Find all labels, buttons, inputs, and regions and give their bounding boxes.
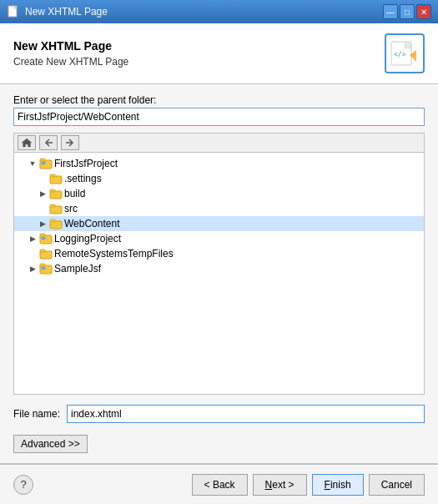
tree-item-label: FirstJsfProject: [54, 158, 118, 169]
svg-text:</>: </>: [394, 51, 406, 58]
title-bar-controls: — □ ✕: [383, 4, 431, 19]
svg-rect-15: [50, 189, 55, 192]
maximize-button[interactable]: □: [400, 4, 415, 19]
tree-toggle[interactable]: ▼: [28, 159, 38, 169]
tree-item[interactable]: ▶ RemoteSystemsTempFiles: [14, 246, 424, 261]
tree-item[interactable]: ▶ SampleJsf: [14, 261, 424, 276]
dialog-footer: ? < Back Next > Finish Cancel: [0, 464, 438, 504]
footer-left: ?: [13, 475, 33, 495]
folder-path-input[interactable]: [13, 108, 425, 126]
svg-rect-3: [405, 42, 411, 48]
project-icon: [39, 232, 53, 245]
svg-rect-10: [40, 159, 45, 161]
tree-container[interactable]: ▼ FirstJsfProject ▶: [13, 152, 425, 395]
svg-rect-26: [40, 264, 45, 266]
svg-rect-24: [40, 249, 45, 252]
svg-rect-13: [50, 174, 55, 177]
svg-rect-17: [50, 204, 55, 207]
dialog-title: New XHTML Page: [13, 39, 128, 53]
xhtml-svg: </>: [390, 38, 420, 68]
footer-right: < Back Next > Finish Cancel: [192, 474, 425, 496]
cancel-button[interactable]: Cancel: [369, 474, 425, 496]
page-icon: [7, 5, 20, 18]
folder-label: Enter or select the parent folder:: [13, 94, 425, 106]
svg-rect-22: [42, 237, 45, 239]
help-button[interactable]: ?: [13, 475, 33, 495]
tree-toolbar: [13, 133, 425, 152]
filename-label: File name:: [13, 408, 60, 420]
tree-toggle[interactable]: ▶: [28, 264, 38, 274]
svg-rect-1: [14, 6, 17, 8]
dialog-body: Enter or select the parent folder:: [0, 84, 438, 463]
dialog-header-text: New XHTML Page Create New XHTML Page: [13, 39, 128, 68]
folder-icon: [39, 247, 53, 260]
dialog-content: New XHTML Page Create New XHTML Page </>…: [0, 23, 438, 504]
tree-back-button[interactable]: [39, 135, 58, 150]
tree-toggle[interactable]: ▶: [38, 189, 48, 199]
tree-item[interactable]: ▶ LoggingProject: [14, 231, 424, 246]
dialog-subtitle: Create New XHTML Page: [13, 56, 128, 68]
tree-toggle[interactable]: ▶: [38, 219, 48, 229]
tree-item-label: .settings: [64, 173, 102, 184]
finish-button[interactable]: Finish: [312, 474, 364, 496]
minimize-button[interactable]: —: [383, 4, 398, 19]
tree-item-label: LoggingProject: [54, 233, 121, 244]
svg-rect-21: [40, 234, 45, 236]
tree-item[interactable]: ▶ src: [14, 201, 424, 216]
filename-input[interactable]: [67, 405, 425, 423]
svg-marker-6: [22, 139, 32, 147]
folder-icon: [49, 217, 63, 230]
tree-item[interactable]: ▶ .settings: [14, 171, 424, 186]
tree-item[interactable]: ▼ FirstJsfProject: [14, 156, 424, 171]
advanced-button[interactable]: Advanced >>: [13, 435, 88, 453]
svg-rect-11: [42, 162, 45, 164]
tree-item[interactable]: ▶ build: [14, 186, 424, 201]
tree-item-label: src: [64, 203, 78, 214]
svg-rect-27: [42, 267, 45, 270]
dialog-header: New XHTML Page Create New XHTML Page </>: [0, 23, 438, 84]
folder-icon: [49, 187, 63, 200]
svg-rect-19: [50, 219, 55, 222]
tree-item-label: build: [64, 188, 85, 199]
tree-item-label: RemoteSystemsTempFiles: [54, 248, 174, 260]
tree-item-label: SampleJsf: [54, 263, 101, 275]
tree-forward-button[interactable]: [61, 135, 79, 150]
close-button[interactable]: ✕: [416, 4, 431, 19]
folder-icon: [49, 172, 63, 185]
filename-row: File name:: [13, 405, 425, 423]
tree-item-selected[interactable]: ▶ WebContent: [14, 216, 424, 231]
tree-toggle[interactable]: ▶: [28, 234, 38, 244]
folder-section: Enter or select the parent folder:: [13, 94, 425, 126]
title-bar: New XHTML Page — □ ✕: [0, 0, 438, 23]
project-icon: [39, 157, 53, 170]
tree-item-label: WebContent: [64, 218, 120, 229]
back-button[interactable]: < Back: [192, 474, 248, 496]
tree-home-button[interactable]: [18, 135, 36, 150]
title-bar-text: New XHTML Page: [25, 6, 108, 18]
next-button[interactable]: Next >: [253, 474, 307, 496]
folder-icon: [49, 202, 63, 215]
project-icon: [39, 262, 53, 275]
xhtml-icon: </>: [385, 33, 425, 73]
